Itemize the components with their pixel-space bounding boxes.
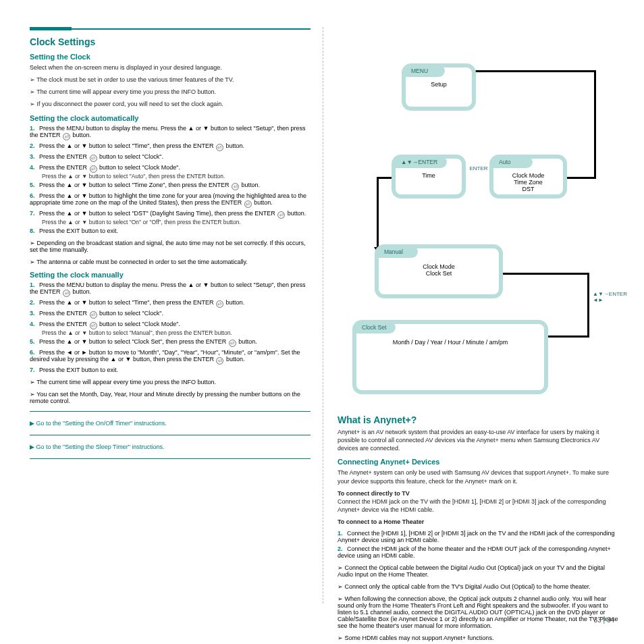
bullet: ➢ — [338, 595, 345, 602]
bullet: ➢ — [30, 259, 36, 265]
page-title: Clock Settings — [30, 36, 311, 47]
column-divider — [323, 27, 323, 603]
enter-icon: ⏎ — [216, 144, 223, 151]
note: ➢ Connect the Optical cable between the … — [338, 564, 621, 578]
flow-box-auto: Auto Clock Mode Time Zone DST — [489, 155, 567, 198]
flow-box-menu: MENU Setup — [402, 63, 476, 111]
enter-icon: ⏎ — [90, 165, 97, 173]
left-column: Clock Settings Setting the Clock Select … — [30, 36, 311, 466]
connector — [594, 70, 596, 178]
step-item: 8.Press the EXIT button to exit. — [30, 227, 311, 234]
note: ➢ When following the connection above, t… — [338, 595, 621, 629]
step-item: 7.Press the ▲ or ▼ button to select "DST… — [30, 210, 311, 225]
connector — [587, 273, 589, 337]
enter-icon: ⏎ — [232, 183, 239, 190]
bullet: ➢ — [30, 101, 37, 107]
bullet: ➢ — [30, 379, 36, 385]
flow-tab: Manual — [377, 247, 418, 258]
flow-text: Setup — [412, 81, 465, 88]
page-number: 33 | 34 — [594, 616, 614, 624]
bullet: ➢ — [338, 635, 345, 641]
enter-icon: ⏎ — [90, 322, 97, 329]
flow-split-label: ENTER — [468, 166, 489, 172]
enter-icon: ⏎ — [63, 133, 70, 140]
header-rule — [30, 28, 311, 30]
note: ➢ Depending on the broadcast station and… — [30, 240, 311, 253]
anynet-section: What is Anynet+? Anynet+ is an AV networ… — [338, 414, 621, 644]
step-item: 6.Press the ▲ or ▼ button to highlight t… — [30, 192, 311, 208]
auto-clock-title: Setting the clock automatically — [30, 114, 311, 122]
anynet-title: What is Anynet+? — [338, 414, 621, 425]
auto-steps: 1.Press the MENU button to display the m… — [30, 125, 311, 234]
bullet: ➢ — [30, 76, 36, 83]
anynet-p1: Anynet+ is an AV network system that pro… — [338, 428, 621, 452]
header-accent — [30, 27, 72, 30]
enter-icon: ⏎ — [63, 290, 70, 297]
bullet: ➢ — [338, 564, 345, 571]
divider-line — [30, 458, 311, 459]
subtitle: Setting the Clock — [30, 53, 311, 61]
intro-3: ➢ The current time will appear every tim… — [30, 88, 311, 96]
step-item: 6.Press the ◄ or ► button to move to "Mo… — [30, 349, 311, 365]
flow-text: Month / Day / Year / Hour / Minute / am/… — [366, 339, 535, 346]
step-item: 1.Connect the [HDMI 1], [HDMI 2] or [HDM… — [338, 530, 621, 543]
note: ➢ The current time will appear every tim… — [30, 379, 311, 385]
anynet-steps: 1.Connect the [HDMI 1], [HDMI 2] or [HDM… — [338, 530, 621, 559]
flow-tab: ▲▼→ENTER — [394, 157, 447, 168]
connector — [547, 336, 589, 338]
step-item: 2.Press the ▲ or ▼ button to select "Tim… — [30, 142, 311, 151]
connector — [501, 273, 589, 275]
note: ➢ Connect only the optical cable from th… — [338, 583, 621, 590]
enter-icon: ⏎ — [216, 300, 223, 308]
enter-icon: ⏎ — [229, 340, 236, 347]
enter-icon: ⏎ — [216, 357, 223, 365]
anynet-p3: To connect directly to TVConnect the HDM… — [338, 489, 621, 514]
link-sleep-timer[interactable]: ▶ Go to the "Setting the Sleep Timer" in… — [30, 442, 311, 452]
bullet: ➢ — [30, 88, 36, 95]
enter-icon: ⏎ — [90, 155, 97, 162]
manual-steps: 1.Press the MENU button to display the m… — [30, 281, 311, 373]
anynet-subtitle: Connecting Anynet+ Devices — [338, 458, 621, 466]
flow-side-label: ▲▼→ENTER ◄► — [593, 292, 626, 304]
flow-tab: Auto — [492, 157, 533, 168]
connector — [377, 177, 393, 179]
flow-text: Time — [402, 172, 455, 179]
intro-1: Select when the on-screen menu is displa… — [30, 63, 311, 72]
note: ➢ The antenna or cable must be connected… — [30, 259, 311, 265]
flowchart: MENU Setup ▲▼→ENTER Time Auto Clock Mode… — [338, 36, 621, 401]
link-on-off-timer[interactable]: ▶ Go to the "Setting the On/Off Timer" i… — [30, 419, 311, 428]
arrow-icon: ▶ — [30, 444, 36, 450]
bullet: ➢ — [30, 391, 36, 398]
flow-tab: MENU — [404, 66, 445, 77]
step-item: 7.Press the EXIT button to exit. — [30, 367, 311, 373]
note: ➢ Some HDMI cables may not support Anyne… — [338, 635, 621, 641]
enter-icon: ⏎ — [277, 211, 285, 219]
intro-2: ➢ The clock must be set in order to use … — [30, 76, 311, 84]
step-item: 2.Press the ▲ or ▼ button to select "Tim… — [30, 299, 311, 308]
enter-icon: ⏎ — [90, 311, 97, 319]
step-item: 2.Connect the HDMI jack of the home thea… — [338, 545, 621, 559]
step-item: 5.Press the ▲ or ▼ button to select "Tim… — [30, 182, 311, 190]
note: ➢ You can set the Month, Day, Year, Hour… — [30, 391, 311, 404]
connector — [474, 70, 595, 72]
flow-box-clockset: Clock Set Month / Day / Year / Hour / Mi… — [352, 320, 548, 394]
anynet-p2: The Anynet+ system can only be used with… — [338, 468, 621, 485]
flow-text: Clock Mode Clock Set — [388, 263, 489, 277]
step-item: 1.Press the MENU button to display the m… — [30, 281, 311, 297]
step-item: 3.Press the ENTER ⏎ button to select "Cl… — [30, 153, 311, 162]
divider-line — [30, 411, 311, 412]
arrow-icon: ▶ — [30, 420, 36, 427]
flow-box-manual: Manual Clock Mode Clock Set — [375, 244, 503, 298]
step-item: 1.Press the MENU button to display the m… — [30, 125, 311, 140]
flow-tab: Clock Set — [355, 323, 396, 333]
bullet: ➢ — [338, 583, 345, 590]
flow-text: Clock Mode Time Zone DST — [500, 172, 556, 192]
manual-clock-title: Setting the clock manually — [30, 271, 311, 279]
divider-line — [30, 435, 311, 435]
step-item: 4.Press the ENTER ⏎ button to select "Cl… — [30, 164, 311, 180]
step-item: 4.Press the ENTER ⏎ button to select "Cl… — [30, 321, 311, 336]
flow-box-time: ▲▼→ENTER Time — [392, 155, 466, 198]
right-column: MENU Setup ▲▼→ENTER Time Auto Clock Mode… — [338, 36, 621, 644]
anynet-p4-label: To connect to a Home Theater — [338, 518, 621, 526]
enter-icon: ⏎ — [244, 200, 252, 208]
